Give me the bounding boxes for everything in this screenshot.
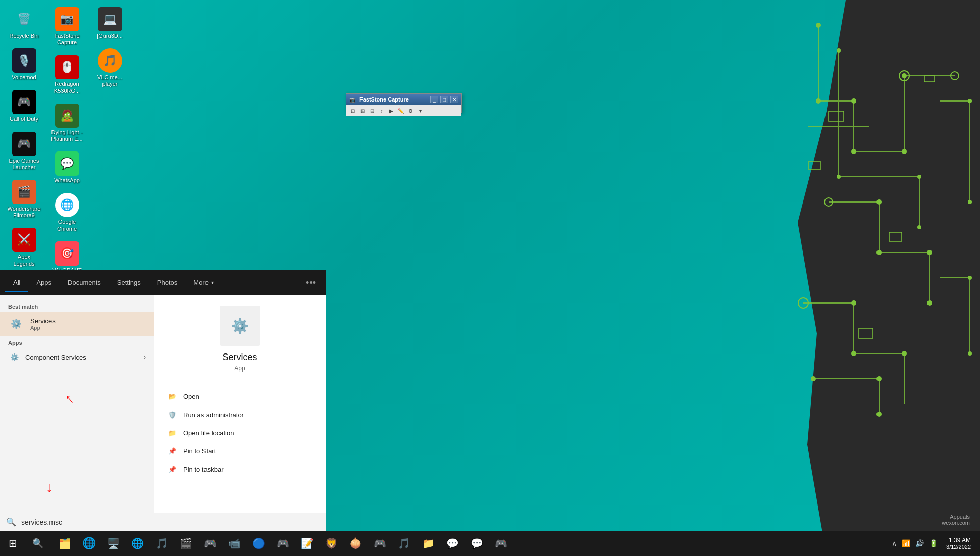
faststone-label: FastStone Capture [50,33,84,46]
wondershare-label: Wondershare Filmora9 [7,206,41,219]
tab-settings[interactable]: Settings [109,274,149,292]
desktop-icon-epic-games[interactable]: 🎮 Epic Games Launcher [5,130,43,173]
results-right-panel: ⚙️ Services App 📂 Open 🛡️ Run as adminis… [154,295,326,513]
app-component-services[interactable]: ⚙️ Component Services › [0,348,154,366]
tray-network-icon[interactable]: 📶 [900,538,912,548]
taskbar-icon-steam2[interactable]: 🎮 [489,532,512,555]
search-input[interactable] [21,518,320,526]
taskbar-icon-steam[interactable]: 🎮 [368,532,391,555]
fs-more[interactable]: ▾ [416,106,425,115]
tray-system-icons: ∧ 📶 🔊 🔋 [890,538,939,548]
file-location-label: Open file location [183,429,234,437]
taskbar-icon-whatsapp[interactable]: 💬 [465,532,488,555]
desktop-icon-call-of-duty[interactable]: 🎮 Call of Duty [5,88,43,124]
svg-point-25 [816,98,821,104]
tray-clock[interactable]: 1:39 AM 3/12/2022 [942,537,975,550]
fs-capture-window[interactable]: ⊞ [358,106,367,115]
chevron-down-icon: ▾ [211,280,214,285]
vlc-label: VLC me... player [93,74,127,87]
desktop-icon-guru3d[interactable]: 💻 [Guru3D... [91,5,129,41]
right-panel-divider [164,382,316,382]
taskbar-icon-edge2[interactable]: 🔵 [247,532,270,555]
taskbar-icon-xbox[interactable]: 🎮 [271,532,294,555]
best-match-header: Best match [0,300,154,312]
minimize-button[interactable]: _ [430,96,438,103]
tab-apps[interactable]: Apps [28,274,60,292]
svg-point-24 [816,23,821,28]
taskbar-icon-discord[interactable]: 💬 [441,532,464,555]
desktop-icon-dying-light[interactable]: 🧟 Dying Light - Platinum E... [48,102,86,144]
dyinglight-icon: 🧟 [55,104,79,128]
guru3d-label: [Guru3D... [97,33,123,39]
tray-expand-icon[interactable]: ∧ [890,538,898,548]
fs-draw[interactable]: ✏️ [396,106,405,115]
apps-section-header: Apps [0,336,154,348]
taskbar-icon-taskview[interactable]: 🗂️ [53,532,76,555]
right-panel-app-area: ⚙️ Services App [164,306,316,372]
wondershare-icon: 🎬 [12,180,36,204]
taskbar-icon-chrome[interactable]: 🌐 [126,532,149,555]
search-icon: 🔍 [6,517,16,527]
component-services-arrow: › [144,353,146,361]
result-services[interactable]: ⚙️ Services App [0,312,154,336]
recycle-bin-icon: 🗑️ [12,7,36,31]
epic-games-icon: 🎮 [12,132,36,156]
fs-settings[interactable]: ⚙ [406,106,415,115]
taskbar-icon-brave[interactable]: 🦁 [320,532,343,555]
close-button[interactable]: ✕ [450,96,458,103]
desktop-icon-faststone[interactable]: 📷 FastStone Capture [48,5,86,48]
action-pin-to-start[interactable]: 📌 Pin to Start [164,442,316,460]
taskbar-search-button[interactable]: 🔍 [25,531,50,556]
fs-scroll[interactable]: ↕ [377,106,386,115]
desktop-icon-wondershare[interactable]: 🎬 Wondershare Filmora9 [5,178,43,221]
faststone-titlebar: 📷 FastStone Capture _ □ ✕ [346,94,461,105]
start-button[interactable]: ⊞ [0,531,25,556]
taskbar-icon-geforce[interactable]: 🖥️ [101,532,125,555]
fs-video[interactable]: ▶ [387,106,396,115]
taskbar-icon-file-explorer[interactable]: 📁 [417,532,440,555]
start-menu: All Apps Documents Settings Photos More … [0,270,326,531]
taskbar-icon-tor[interactable]: 🧅 [344,532,367,555]
dyinglight-label: Dying Light - Platinum E... [50,129,84,142]
taskbar-icon-edge[interactable]: 🌐 [77,532,100,555]
fs-capture-screen[interactable]: ⊡ [348,106,357,115]
tab-more[interactable]: More ▾ [185,274,222,292]
taskbar-icon-spotify[interactable]: 🎵 [150,532,173,555]
taskbar-icon-premiere[interactable]: 🎬 [174,532,197,555]
google-chrome-label: Google Chrome [50,219,84,232]
faststone-toolbar: ⊡ ⊞ ⊟ ↕ ▶ ✏️ ⚙ ▾ [346,105,461,116]
desktop-icon-redragon[interactable]: 🖱️ Redragon K530RG... [48,53,86,96]
tab-documents[interactable]: Documents [60,274,109,292]
fs-capture-region[interactable]: ⊟ [368,106,377,115]
desktop-icon-apex[interactable]: ⚔️ Apex Legends [5,226,43,269]
component-services-icon: ⚙️ [8,351,20,363]
taskbar-icon-epic[interactable]: 🎮 [198,532,222,555]
more-options-button[interactable]: ••• [301,278,321,288]
tray-volume-icon[interactable]: 🔊 [914,538,925,548]
desktop-icon-whatsapp[interactable]: 💬 WhatsApp [48,149,86,186]
maximize-button[interactable]: □ [440,96,448,103]
run-admin-label: Run as administrator [183,411,244,419]
whatsapp-label: WhatsApp [54,177,80,184]
taskbar-icon-zoom[interactable]: 📹 [223,532,246,555]
tab-all[interactable]: All [5,274,28,292]
desktop-icon-google-chrome[interactable]: 🌐 Google Chrome [48,191,86,234]
action-open[interactable]: 📂 Open [164,387,316,406]
desktop-icon-vlc[interactable]: 🎵 VLC me... player [91,46,129,89]
faststone-icon: 📷 [55,7,79,31]
action-open-file-location[interactable]: 📁 Open file location [164,424,316,442]
desktop-icon-recycle-bin[interactable]: 🗑️ Recycle Bin [5,5,43,41]
faststone-window: 📷 FastStone Capture _ □ ✕ ⊡ ⊞ ⊟ ↕ ▶ ✏️ ⚙… [346,93,462,113]
tray-time: 1:39 AM [946,537,971,544]
action-pin-to-taskbar[interactable]: 📌 Pin to taskbar [164,460,316,478]
whatsapp-icon: 💬 [55,151,79,176]
apex-label: Apex Legends [7,254,41,267]
search-box-container: 🔍 [0,513,326,531]
action-run-as-admin[interactable]: 🛡️ Run as administrator [164,406,316,424]
tray-battery-icon[interactable]: 🔋 [927,538,939,548]
tab-photos[interactable]: Photos [149,274,185,292]
taskbar-icon-vlc[interactable]: 🎵 [392,532,416,555]
taskbar-icon-notepad[interactable]: 📝 [295,532,319,555]
services-result-name: Services [30,317,146,325]
desktop-icon-voicemod[interactable]: 🎙️ Voicemod [5,46,43,83]
